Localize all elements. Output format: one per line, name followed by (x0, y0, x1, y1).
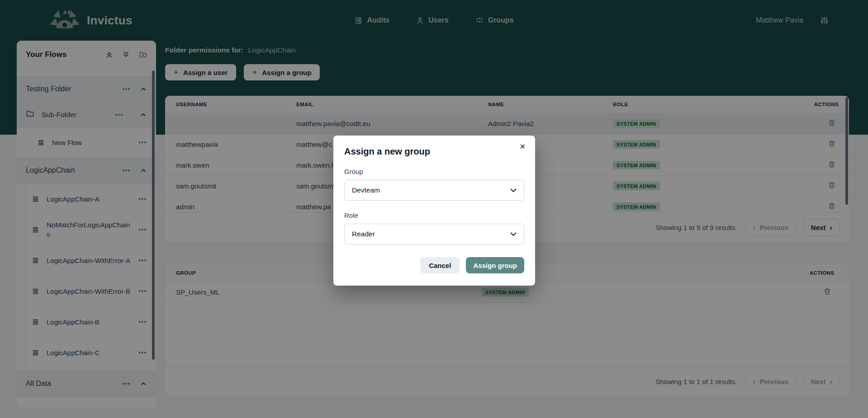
modal-title: Assign a new group (344, 146, 524, 157)
group-select[interactable]: Devteam (344, 180, 524, 201)
role-select[interactable]: Reader (344, 224, 524, 244)
role-field-label: Role (344, 211, 524, 219)
assign-group-modal: Assign a new group ✕ Group Devteam Role … (333, 136, 535, 286)
group-select-value: Devteam (352, 186, 380, 194)
group-field-label: Group (344, 168, 524, 175)
role-select-value: Reader (352, 230, 375, 238)
chevron-down-icon (510, 230, 517, 238)
assign-group-submit-button[interactable]: Assign group (466, 257, 524, 273)
modal-actions: Cancel Assign group (344, 257, 524, 273)
chevron-down-icon (510, 186, 517, 194)
close-icon[interactable]: ✕ (520, 142, 526, 151)
cancel-button[interactable]: Cancel (420, 257, 460, 273)
app-root: Invictus AuditsUsersGroups Matthew Pavia… (0, 0, 868, 418)
